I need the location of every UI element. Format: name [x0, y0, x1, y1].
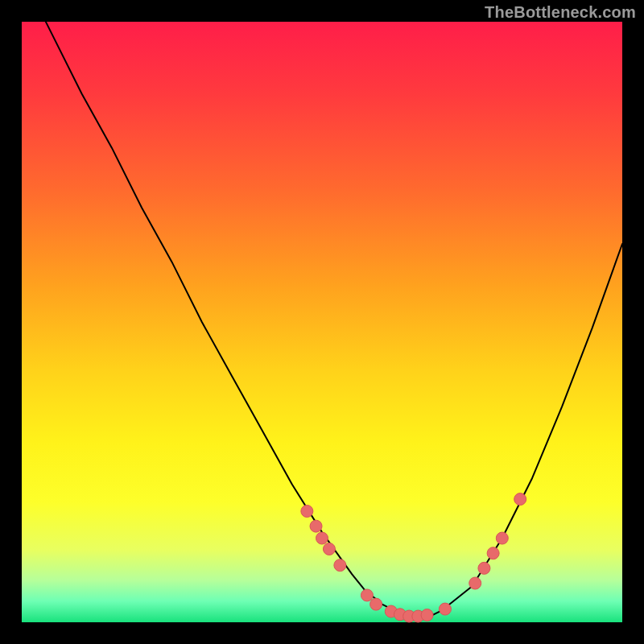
curve-marker	[478, 562, 490, 574]
curve-marker	[487, 547, 499, 559]
curve-markers	[301, 493, 526, 622]
curve-marker	[496, 532, 508, 544]
curve-marker	[310, 520, 322, 532]
curve-marker	[514, 493, 526, 506]
curve-marker	[370, 598, 382, 610]
bottleneck-curve	[22, 0, 622, 617]
curve-marker	[316, 532, 328, 544]
curve-marker	[323, 543, 335, 555]
curve-marker	[469, 577, 481, 589]
curve-marker	[421, 609, 433, 621]
watermark-text: TheBottleneck.com	[485, 3, 636, 22]
curve-marker	[439, 603, 451, 615]
curve-marker	[301, 505, 313, 517]
curve-marker	[361, 589, 373, 601]
chart-svg	[22, 22, 622, 622]
chart-frame: TheBottleneck.com	[0, 0, 644, 644]
curve-marker	[334, 559, 346, 572]
plot-area	[22, 22, 622, 622]
